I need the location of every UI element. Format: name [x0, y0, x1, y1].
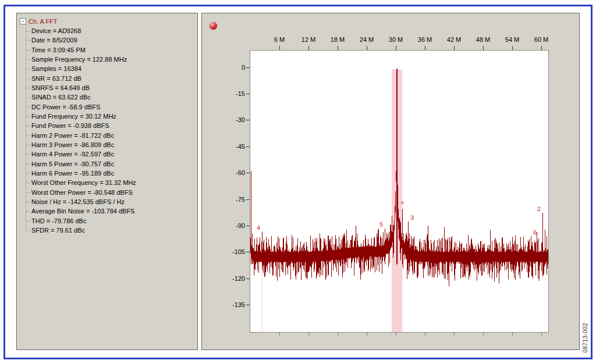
tree-root-label: Ch. A FFT — [29, 18, 58, 25]
x-tick-label: 30 M — [382, 35, 410, 44]
y-tick-mark — [246, 147, 250, 147]
tree-item[interactable]: Harm 6 Power = -95.189 dBc — [31, 169, 197, 178]
y-tick-label: -30 — [218, 116, 245, 124]
x-tick-mark-bottom — [308, 333, 309, 336]
x-tick-mark-top — [308, 46, 309, 50]
fft-plot-panel: 6 M12 M18 M24 M30 M36 M42 M48 M54 M60 M0… — [201, 13, 580, 350]
y-tick-mark — [246, 252, 250, 252]
x-tick-label: 36 M — [411, 35, 439, 44]
figure-number: 08713-002 — [582, 323, 588, 352]
y-tick-mark — [246, 94, 250, 94]
x-tick-label: 54 M — [498, 35, 526, 44]
x-tick-label: 42 M — [440, 35, 468, 44]
tree-item[interactable]: Harm 3 Power = -86.809 dBc — [31, 140, 197, 149]
x-tick-mark-bottom — [279, 333, 280, 336]
plot-area — [250, 50, 549, 333]
y-tick-mark — [246, 305, 250, 305]
tree-item[interactable]: THD = -79.786 dBc — [31, 216, 197, 226]
tree-item[interactable]: Time = 3:09:45 PM — [31, 45, 197, 55]
tree-item[interactable]: Noise / Hz = -142.535 dBFS / Hz — [31, 197, 197, 206]
x-tick-label: 48 M — [469, 35, 497, 44]
tree-item-list: Device = AD9268Date = 8/5/2009Time = 3:0… — [26, 26, 197, 235]
y-tick-label: -120 — [218, 274, 245, 283]
tree-item[interactable]: SNRFS = 64.649 dB — [31, 83, 197, 92]
x-tick-mark-bottom — [454, 333, 455, 336]
y-tick-mark — [246, 173, 250, 173]
y-tick-label: -75 — [218, 195, 245, 204]
x-tick-mark-bottom — [396, 333, 396, 336]
x-tick-label: 12 M — [295, 35, 322, 44]
tree-item[interactable]: SNR = 63.712 dB — [31, 74, 197, 83]
x-tick-mark-top — [454, 46, 455, 50]
x-tick-mark-top — [483, 46, 484, 50]
x-tick-mark-top — [541, 46, 542, 50]
tree-item[interactable]: SINAD = 63.622 dBc — [31, 92, 197, 102]
y-tick-label: -135 — [218, 301, 245, 309]
tree-item[interactable]: Fund Frequency = 30.12 MHz — [31, 112, 197, 121]
y-tick-mark — [246, 226, 250, 226]
collapse-toggle-icon[interactable]: - — [20, 18, 26, 24]
x-tick-label: 6 M — [265, 35, 293, 44]
y-tick-label: -105 — [218, 248, 245, 256]
tree-item[interactable]: Average Bin Noise = -103.784 dBFS — [31, 206, 197, 216]
x-tick-mark-bottom — [338, 333, 338, 336]
x-tick-mark-top — [367, 46, 367, 50]
x-tick-label: 18 M — [324, 35, 352, 44]
tree-item[interactable]: Harm 5 Power = -90.757 dBc — [31, 159, 197, 169]
tree-item[interactable]: Samples = 16384 — [31, 64, 197, 73]
x-tick-mark-top — [279, 46, 280, 50]
tree-root-row[interactable]: - Ch. A FFT — [20, 16, 197, 26]
x-tick-mark-top — [425, 46, 425, 50]
x-tick-mark-bottom — [541, 333, 542, 336]
y-tick-label: 0 — [218, 63, 245, 72]
tree-item[interactable]: Date = 8/5/2009 — [31, 35, 197, 45]
x-tick-mark-top — [512, 46, 513, 50]
tree-item[interactable]: Harm 4 Power = -92.597 dBc — [31, 149, 197, 159]
figure-root: - Ch. A FFT Device = AD9268Date = 8/5/20… — [0, 0, 596, 364]
y-tick-mark — [246, 199, 250, 200]
y-tick-label: -90 — [218, 222, 245, 230]
fft-results-panel: - Ch. A FFT Device = AD9268Date = 8/5/20… — [16, 13, 198, 350]
tree-item[interactable]: Sample Frequency = 122.88 MHz — [31, 55, 197, 64]
y-tick-label: -60 — [218, 169, 245, 177]
x-tick-label: 24 M — [353, 35, 381, 44]
tree-item[interactable]: Fund Power = -0.938 dBFS — [31, 121, 197, 130]
y-tick-mark — [246, 67, 250, 68]
x-tick-mark-top — [396, 46, 396, 50]
tree-item[interactable]: Device = AD9268 — [31, 26, 197, 35]
y-tick-label: -45 — [218, 142, 245, 151]
y-tick-mark — [246, 120, 250, 120]
x-tick-label: 60 M — [527, 35, 555, 44]
x-tick-mark-bottom — [367, 333, 367, 336]
x-tick-mark-bottom — [425, 333, 425, 336]
tree-item[interactable]: Worst Other Power = -80.548 dBFS — [31, 188, 197, 197]
tree-item[interactable]: SFDR = 79.61 dBc — [31, 226, 197, 235]
tree-item[interactable]: DC Power = -58.9 dBFS — [31, 102, 197, 112]
status-led-icon — [210, 22, 217, 30]
y-tick-mark — [246, 279, 250, 279]
x-tick-mark-bottom — [483, 333, 484, 336]
tree-item[interactable]: Worst Other Frequency = 31.32 MHz — [31, 178, 197, 187]
x-tick-mark-bottom — [512, 333, 513, 336]
y-tick-label: -15 — [218, 90, 245, 98]
fft-plot-canvas[interactable] — [250, 51, 548, 332]
x-tick-mark-top — [338, 46, 338, 50]
results-tree: - Ch. A FFT Device = AD9268Date = 8/5/20… — [17, 13, 197, 235]
tree-item[interactable]: Harm 2 Power = -81.722 dBc — [31, 131, 197, 140]
